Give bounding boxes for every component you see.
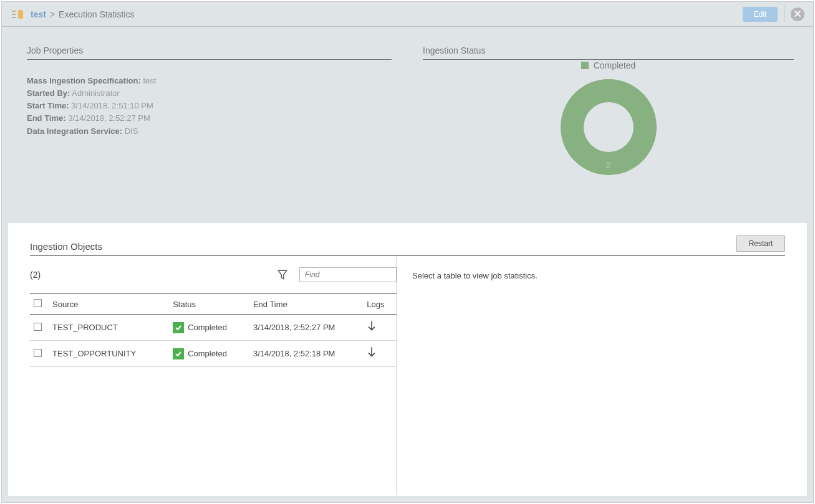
objects-subbar: (2)	[30, 267, 397, 282]
job-properties-section: Job Properties Mass Ingestion Specificat…	[27, 45, 392, 138]
window-frame: test > Execution Statistics Edit Job Pro…	[1, 1, 814, 503]
prop-value: 3/14/2018, 2:51:10 PM	[71, 101, 153, 110]
col-source: Source	[49, 294, 169, 315]
check-icon	[173, 348, 184, 359]
topbar-right: Edit	[743, 6, 804, 23]
svg-rect-3	[18, 10, 23, 19]
edit-button[interactable]: Edit	[743, 7, 778, 22]
prop-label: Data Integration Service:	[27, 126, 122, 136]
lower-panel: Ingestion Objects Restart (2)	[8, 223, 807, 496]
row-endtime: 3/14/2018, 2:52:27 PM	[249, 315, 363, 341]
objects-list-panel: (2) Source Status	[30, 256, 397, 495]
prop-label: End Time:	[27, 113, 66, 123]
detail-panel: Select a table to view job statistics.	[397, 256, 785, 495]
mass-ingestion-icon	[11, 8, 24, 21]
divider	[784, 6, 784, 23]
detail-placeholder: Select a table to view job statistics.	[412, 271, 538, 280]
close-icon	[794, 9, 801, 19]
prop-label: Start Time:	[27, 101, 69, 110]
row-source: TEST_PRODUCT	[49, 315, 169, 341]
status-badge: Completed	[173, 348, 227, 359]
col-status: Status	[169, 294, 249, 315]
table-row[interactable]: TEST_PRODUCT Completed 3/14/2018, 2:52:2…	[30, 315, 397, 341]
objects-count: (2)	[30, 270, 41, 280]
page-title: Execution Statistics	[59, 9, 134, 19]
job-properties-title: Job Properties	[27, 45, 392, 60]
chart-legend: Completed	[561, 60, 657, 70]
filter-icon[interactable]	[277, 269, 288, 280]
prop-value: 3/14/2018, 2:52:27 PM	[68, 113, 150, 123]
status-text: Completed	[188, 349, 227, 358]
download-log-icon[interactable]	[367, 325, 377, 334]
restart-button[interactable]: Restart	[736, 235, 785, 252]
topbar: test > Execution Statistics Edit	[2, 2, 813, 27]
donut-value: 2	[605, 159, 610, 170]
prop-value: test	[143, 76, 156, 85]
breadcrumb-separator: >	[50, 9, 55, 19]
legend-swatch	[581, 62, 589, 69]
legend-label: Completed	[594, 60, 636, 70]
download-log-icon[interactable]	[367, 351, 377, 360]
ingestion-status-chart: Completed 2	[561, 53, 657, 175]
col-endtime: End Time	[249, 294, 363, 315]
prop-value: DIS	[125, 126, 138, 136]
check-icon	[173, 322, 184, 333]
prop-value: Administrator	[72, 88, 120, 98]
prop-label: Mass Ingestion Specification:	[27, 76, 141, 85]
breadcrumb-link[interactable]: test	[31, 9, 46, 19]
upper-panel: Job Properties Mass Ingestion Specificat…	[2, 27, 813, 214]
ingestion-objects-header: Ingestion Objects Restart	[30, 223, 785, 252]
ingestion-status-section: Ingestion Status Completed 2	[423, 45, 794, 60]
status-badge: Completed	[173, 322, 227, 333]
donut-chart: 2	[561, 79, 657, 175]
find-input[interactable]	[299, 267, 397, 282]
job-properties-list: Mass Ingestion Specification: test Start…	[27, 75, 392, 138]
table-row[interactable]: TEST_OPPORTUNITY Completed 3/14/2018, 2:…	[30, 341, 397, 367]
prop-label: Started By:	[27, 88, 70, 98]
row-source: TEST_OPPORTUNITY	[49, 341, 169, 367]
row-endtime: 3/14/2018, 2:52:18 PM	[249, 341, 363, 367]
close-button[interactable]	[791, 7, 804, 21]
row-checkbox[interactable]	[34, 349, 42, 357]
select-all-checkbox[interactable]	[34, 299, 42, 307]
col-logs: Logs	[363, 294, 397, 315]
row-checkbox[interactable]	[34, 323, 42, 331]
ingestion-objects-title: Ingestion Objects	[30, 241, 102, 252]
donut-hole	[584, 102, 634, 152]
objects-table: Source Status End Time Logs TEST_PRODUCT	[30, 293, 397, 367]
status-text: Completed	[188, 323, 227, 332]
